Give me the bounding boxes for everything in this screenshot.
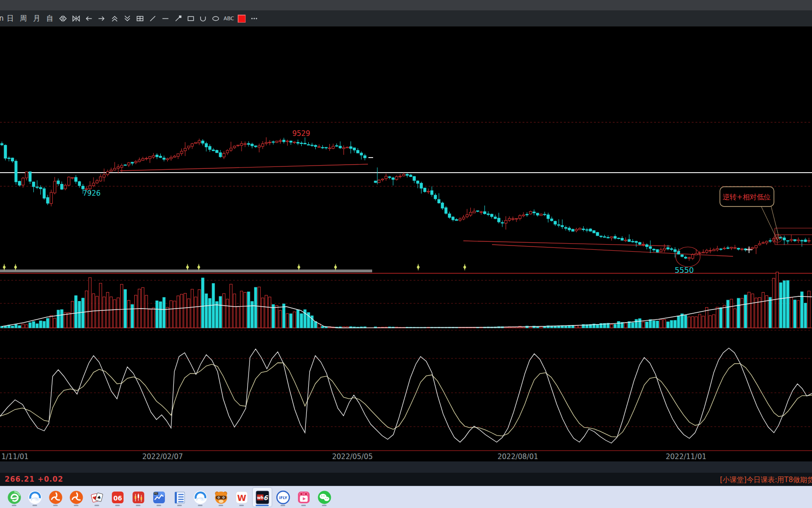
candle xyxy=(628,239,630,242)
candle xyxy=(769,241,771,241)
candle xyxy=(582,229,585,230)
candle xyxy=(578,228,581,230)
volume-bar xyxy=(681,314,683,328)
volume-bar xyxy=(311,316,313,328)
volume-bar xyxy=(712,315,715,328)
candle xyxy=(275,141,278,143)
toolbar-draw-trendline-icon[interactable] xyxy=(149,10,157,26)
volume-bar xyxy=(247,292,250,328)
candle xyxy=(233,146,235,148)
taskbar-icon-qq-browser[interactable] xyxy=(25,488,44,507)
candle xyxy=(54,181,56,193)
running-indicator xyxy=(281,505,285,506)
toolbar-color-swatch-icon[interactable] xyxy=(238,10,246,26)
candle xyxy=(596,232,599,236)
candle xyxy=(695,254,697,255)
candle xyxy=(195,143,197,143)
candle xyxy=(71,178,73,178)
chevrons-down-icon xyxy=(124,15,132,23)
toolbar-clipped-item[interactable]: n xyxy=(0,10,4,26)
candlesticks xyxy=(0,137,810,261)
taskbar-icon-iflytek[interactable]: iFLY xyxy=(273,488,292,507)
volume-bar xyxy=(674,320,676,328)
volume-bar xyxy=(50,316,52,328)
volume-bar xyxy=(741,298,743,328)
volume-bar xyxy=(797,301,799,328)
taskbar-icon-stock-app-pc[interactable]: PC xyxy=(149,488,168,507)
candle xyxy=(184,148,186,151)
toolbar-draw-arc-icon[interactable] xyxy=(199,10,207,26)
taskbar-icon-wps-office[interactable]: W xyxy=(232,488,251,507)
toolbar-page-right-icon[interactable] xyxy=(98,10,106,26)
volume-bar xyxy=(145,295,148,328)
signal-marker-icon xyxy=(186,265,189,270)
toolbar-grid-layout-icon[interactable] xyxy=(136,10,144,26)
taskbar-icon-wechat[interactable] xyxy=(315,488,334,507)
low-circle-annotation[interactable] xyxy=(676,247,700,267)
news-ticker-text[interactable]: [小课堂]今日课表:用T8做期货量化交 xyxy=(720,476,812,484)
toolbar-draw-rect-icon[interactable] xyxy=(187,10,195,26)
candle xyxy=(462,217,465,219)
candle xyxy=(166,159,169,159)
signal-marker-icon xyxy=(297,265,300,270)
toolbar-draw-text[interactable]: ABC xyxy=(224,10,234,26)
candle xyxy=(106,172,109,175)
taskbar-icon-solitaire-cards[interactable]: ♥♠ xyxy=(87,488,106,507)
toolbar-draw-ellipse-icon[interactable] xyxy=(212,10,220,26)
taskbar-icon-browser-360[interactable] xyxy=(5,488,23,507)
candle xyxy=(681,255,683,257)
running-indicator xyxy=(301,505,306,506)
candle xyxy=(198,141,200,143)
candle xyxy=(564,227,567,228)
candle xyxy=(667,247,669,249)
toolbar-draw-segment-icon[interactable] xyxy=(174,10,182,26)
volume-bar xyxy=(596,325,599,328)
toolbar-period-day[interactable]: 日 xyxy=(7,10,14,26)
taskbar-icon-wenhua-mobile[interactable] xyxy=(46,488,65,507)
volume-bar xyxy=(321,326,324,328)
taskbar-icon-qq-browser-2[interactable] xyxy=(191,488,210,507)
volume-bar xyxy=(233,294,235,328)
candle xyxy=(621,238,623,240)
toolbar-page-left-icon[interactable] xyxy=(85,10,93,26)
taskbar-icon-notebook-app[interactable] xyxy=(170,488,189,507)
toolbar-draw-hline-icon[interactable] xyxy=(162,10,170,26)
volume-bar xyxy=(769,297,771,328)
stock-app-candles-icon xyxy=(131,490,146,505)
candle xyxy=(92,183,94,185)
taskbar-icon-stock-app-06[interactable]: 06 xyxy=(108,488,127,507)
candle xyxy=(484,212,486,214)
volume-bar xyxy=(730,299,733,328)
candle xyxy=(501,222,503,223)
taskbar-icon-wenhua-mobile-2[interactable] xyxy=(67,488,86,507)
candle xyxy=(343,148,345,149)
candle xyxy=(57,181,59,184)
toolbar-period-month[interactable]: 月 xyxy=(33,10,40,26)
red-square-icon xyxy=(238,15,246,23)
toolbar-bars-shrink-icon[interactable] xyxy=(59,10,67,26)
taskbar-icon-bear-app[interactable] xyxy=(211,488,230,507)
candle xyxy=(691,254,694,258)
taskbar-icon-video-app[interactable] xyxy=(294,488,313,507)
video-app-icon xyxy=(297,490,311,505)
toolbar-bars-expand-icon[interactable] xyxy=(72,10,80,26)
candle xyxy=(480,212,482,212)
toolbar-period-week[interactable]: 周 xyxy=(20,10,27,26)
volume-bar xyxy=(762,293,764,328)
taskbar-icon-stock-app-candles[interactable] xyxy=(129,488,148,507)
chart-canvas[interactable]: 952979265550逆转+相对低位1/11/012022/02/072022… xyxy=(0,0,812,508)
trend-line[interactable] xyxy=(120,164,368,171)
volume-bar xyxy=(205,294,207,328)
candle xyxy=(430,190,433,194)
price-pane-scroll-bar[interactable] xyxy=(0,270,372,272)
toolbar-scale-down-icon[interactable] xyxy=(124,10,132,26)
candle xyxy=(765,241,768,243)
volume-bar xyxy=(554,326,556,328)
candle xyxy=(212,150,214,151)
toolbar-more-tools-icon[interactable] xyxy=(250,10,258,26)
taskbar-icon-wenhua-wh6[interactable]: wh6 xyxy=(253,488,272,507)
toolbar-scale-up-icon[interactable] xyxy=(111,10,119,26)
toolbar-period-custom[interactable]: 自 xyxy=(47,10,54,26)
volume-bar xyxy=(663,319,665,328)
candle xyxy=(191,144,193,146)
